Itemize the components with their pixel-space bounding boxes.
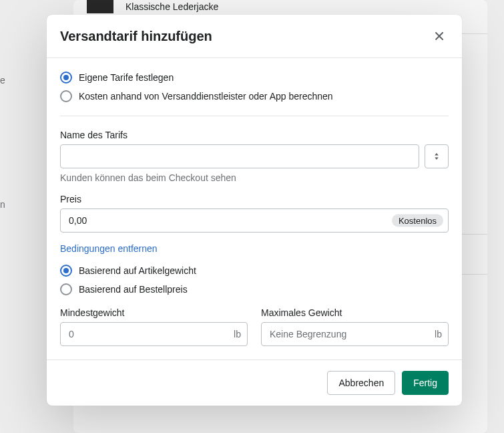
remove-conditions-link[interactable]: Bedingungen entfernen [60, 243, 158, 254]
rate-type-section: Eigene Tarife festlegen Kosten anhand vo… [60, 71, 449, 116]
radio-label: Eigene Tarife festlegen [79, 72, 174, 83]
radio-weight-based[interactable]: Basierend auf Artikelgewicht [60, 265, 449, 277]
radio-label: Kosten anhand von Versanddienstleister o… [79, 91, 333, 102]
rate-name-select-button[interactable] [425, 144, 449, 168]
radio-label: Basierend auf Bestellpreis [79, 284, 188, 295]
price-label: Preis [60, 194, 449, 204]
min-weight-col: Mindestgewicht lb [60, 307, 248, 346]
modal-header: Versandtarif hinzufügen [47, 15, 462, 58]
rate-name-label: Name des Tarifs [60, 130, 449, 140]
cancel-button[interactable]: Abbrechen [327, 371, 395, 395]
max-weight-label: Maximales Gewicht [261, 307, 449, 318]
close-button[interactable] [430, 27, 449, 45]
add-rate-modal: Versandtarif hinzufügen Eigene Tarife fe… [47, 15, 462, 406]
max-weight-unit: lb [435, 329, 442, 339]
rate-name-helper: Kunden können das beim Checkout sehen [60, 172, 449, 183]
radio-icon [60, 90, 72, 102]
radio-custom-rate[interactable]: Eigene Tarife festlegen [60, 71, 449, 84]
min-weight-label: Mindestgewicht [60, 307, 248, 318]
close-icon [433, 29, 446, 43]
modal-body: Eigene Tarife festlegen Kosten anhand vo… [47, 58, 462, 359]
radio-icon [60, 283, 72, 295]
radio-price-based[interactable]: Basierend auf Bestellpreis [60, 283, 449, 295]
radio-icon [60, 265, 72, 277]
price-input[interactable] [60, 208, 449, 233]
radio-label: Basierend auf Artikelgewicht [79, 265, 196, 276]
modal-title: Versandtarif hinzufügen [60, 29, 212, 44]
free-badge: Kostenlos [392, 214, 443, 227]
max-weight-input[interactable] [261, 322, 449, 346]
done-button[interactable]: Fertig [402, 371, 449, 395]
weight-range-row: Mindestgewicht lb Maximales Gewicht lb [60, 307, 449, 346]
max-weight-col: Maximales Gewicht lb [261, 307, 449, 346]
select-icon [432, 152, 441, 161]
rate-name-row [60, 144, 449, 168]
rate-name-input[interactable] [60, 144, 419, 168]
condition-type-group: Basierend auf Artikelgewicht Basierend a… [60, 265, 449, 295]
radio-carrier-rate[interactable]: Kosten anhand von Versanddienstleister o… [60, 90, 449, 102]
radio-icon [60, 71, 72, 84]
min-weight-input[interactable] [60, 322, 248, 346]
price-field: Kostenlos [60, 208, 449, 233]
modal-footer: Abbrechen Fertig [47, 359, 462, 406]
min-weight-unit: lb [234, 329, 241, 339]
